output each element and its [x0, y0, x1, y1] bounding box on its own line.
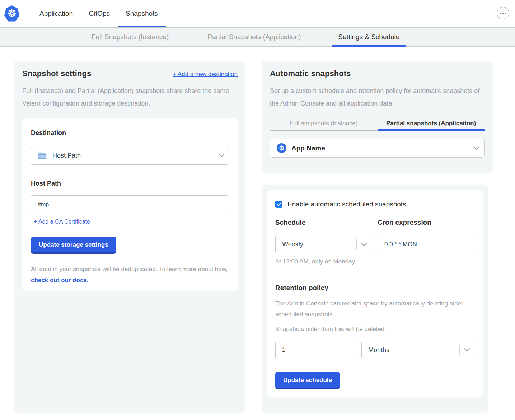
dedup-note-text: All data in your snapshots will be dedup…	[31, 266, 228, 272]
app-select[interactable]: ☸ App Name	[270, 139, 485, 158]
enable-snapshots-checkbox[interactable]	[275, 201, 282, 208]
kubernetes-wheel-glyph: ☸	[7, 8, 17, 19]
snapshot-settings-title: Snapshot settings	[22, 69, 91, 78]
destination-value: Host Path	[52, 152, 214, 159]
cron-expression-input[interactable]	[378, 235, 474, 253]
schedule-label: Schedule	[275, 219, 371, 227]
destination-label: Destination	[31, 129, 229, 137]
nav-tab-application[interactable]: Application	[32, 0, 81, 27]
tab-partial-snapshots-application[interactable]: Partial snapshots (Application)	[378, 116, 485, 131]
cron-expression-label: Cron expression	[378, 219, 474, 227]
snapshot-settings-panel: Snapshot settings + Add a new destinatio…	[14, 61, 245, 413]
app-select-value: App Name	[291, 144, 468, 152]
retention-unit-select[interactable]: Months	[361, 341, 474, 359]
update-storage-settings-button[interactable]: Update storage settings	[31, 237, 116, 254]
folder-icon	[38, 152, 47, 159]
retention-hint: Snapshots older than this will be delete…	[275, 326, 475, 333]
subtab-settings-schedule[interactable]: Settings & Schedule	[332, 28, 406, 46]
automatic-snapshots-title: Automatic snapshots	[270, 69, 485, 78]
retention-policy-title: Retention policy	[275, 284, 475, 292]
subtab-partial-snapshots[interactable]: Partial Snapshots (Application)	[201, 28, 307, 46]
tab-full-snapshots-instance[interactable]: Full snapshots (Instance)	[270, 116, 378, 131]
chevron-down-icon	[214, 154, 229, 157]
add-ca-certificate-link[interactable]: + Add a CA Certificate	[34, 219, 90, 225]
cron-human-readable: At 12:00 AM, only on Monday	[275, 258, 371, 265]
enable-snapshots-label[interactable]: Enable automatic scheduled snapshots	[287, 200, 406, 208]
chevron-down-icon	[357, 243, 371, 246]
schedule-card: Enable automatic scheduled snapshots Sch…	[267, 190, 483, 397]
schedule-panel: Enable automatic scheduled snapshots Sch…	[262, 185, 488, 413]
destination-select[interactable]: Host Path	[31, 146, 229, 165]
schedule-frequency-select[interactable]: Weekly	[275, 235, 371, 253]
dedup-note: All data in your snapshots will be dedup…	[31, 263, 229, 286]
retention-policy-description: The Admin Console can reclaim space by a…	[275, 298, 469, 320]
app-kubernetes-icon: ☸	[277, 143, 286, 153]
chevron-down-icon	[460, 348, 474, 352]
host-path-label: Host Path	[31, 180, 229, 187]
retention-value-input[interactable]	[275, 341, 355, 359]
retention-unit-value: Months	[368, 346, 459, 354]
nav-tab-snapshots[interactable]: Snapshots	[118, 0, 166, 27]
main-content: Snapshot settings + Add a new destinatio…	[0, 47, 515, 417]
add-new-destination-link[interactable]: + Add a new destination	[173, 71, 238, 78]
snapshots-subnav: Full Snapshots (Instance) Partial Snapsh…	[0, 27, 515, 47]
top-nav-bar: ☸ Application GitOps Snapshots	[0, 0, 515, 27]
more-menu-button[interactable]	[497, 7, 509, 19]
automatic-snapshots-description: Set up a custom schedule and retention p…	[270, 85, 485, 110]
kubernetes-logo-icon: ☸	[4, 5, 19, 22]
docs-link[interactable]: check out our docs.	[31, 277, 89, 284]
subtab-full-snapshots[interactable]: Full Snapshots (Instance)	[85, 28, 175, 46]
storage-settings-card: Destination Host Path Host Path	[22, 118, 238, 291]
chevron-down-icon	[468, 146, 484, 150]
automatic-snapshots-tabs: Full snapshots (Instance) Partial snapsh…	[270, 116, 485, 131]
update-schedule-button[interactable]: Update schedule	[275, 372, 340, 389]
automatic-snapshots-panel: Automatic snapshots Set up a custom sche…	[262, 61, 493, 173]
schedule-frequency-value: Weekly	[282, 241, 356, 248]
primary-nav: Application GitOps Snapshots	[32, 0, 166, 27]
snapshot-settings-description: Full (Instance) and Partial (Application…	[22, 85, 234, 110]
host-path-input[interactable]	[31, 195, 229, 214]
nav-tab-gitops[interactable]: GitOps	[81, 0, 118, 27]
